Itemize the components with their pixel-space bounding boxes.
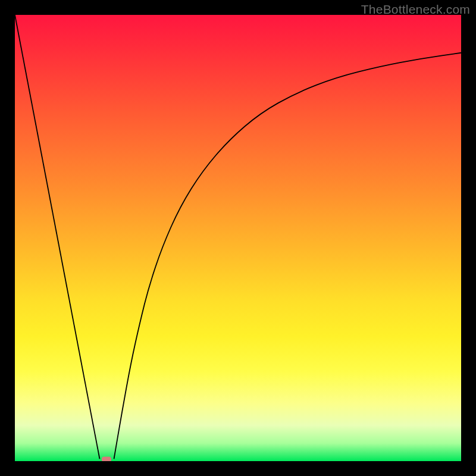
curve-right-segment [114,53,462,459]
plot-area [15,15,461,461]
chart-frame: TheBottleneck.com [0,0,476,476]
bottleneck-marker [102,457,111,462]
curve-left-segment [15,15,100,459]
chart-curve [15,15,461,461]
